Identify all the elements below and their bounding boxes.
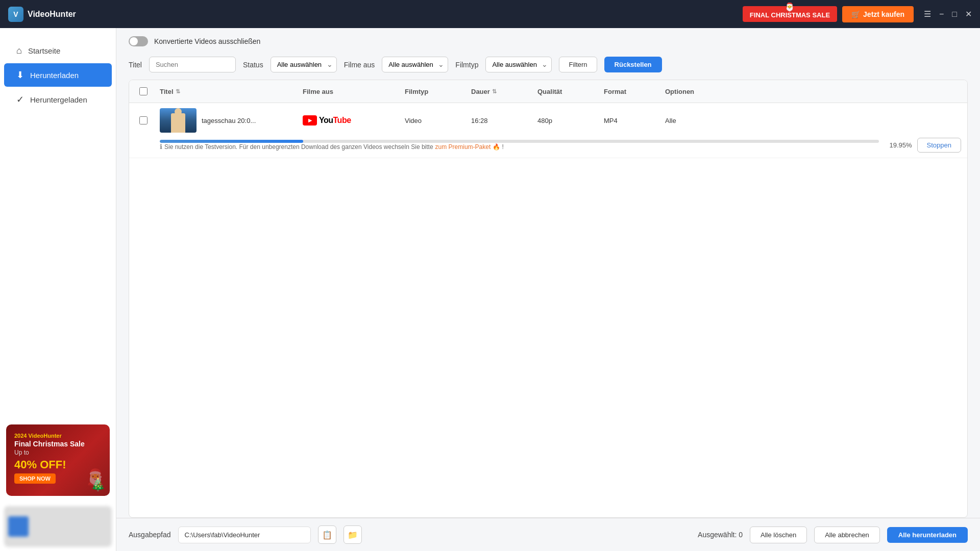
file-browse-icon: 📋 — [322, 530, 332, 540]
bottom-bar: Ausgabepfad 📋 📁 Ausgewählt: 0 Alle lösch… — [116, 518, 980, 551]
row-checkbox[interactable] — [139, 116, 148, 124]
title-filter-label: Titel — [129, 61, 142, 69]
row-optionen-cell: Alle — [661, 112, 961, 130]
th-title: Titel ⇅ — [156, 80, 299, 103]
santa-hat-icon: 🎅 — [785, 2, 795, 12]
status-select[interactable]: Alle auswählen — [271, 57, 337, 72]
sidebar-item-herunterladen[interactable]: ⬇ Herunterladen — [4, 63, 112, 87]
th-checkbox — [135, 80, 156, 103]
filme-aus-label: Filme aus — [344, 61, 375, 69]
filmtyp-select[interactable]: Alle auswählen — [485, 57, 552, 72]
filmtyp-label: Filmtyp — [455, 61, 478, 69]
sidebar-item-heruntergeladen[interactable]: ✓ Heruntergeladen — [4, 88, 112, 111]
thumb-figure — [171, 113, 185, 133]
info-icon: ℹ — [160, 143, 162, 151]
th-format: Format — [600, 80, 661, 103]
browse-file-button[interactable]: 📋 — [318, 525, 336, 544]
main-content: Konvertierte Videos ausschließen Titel S… — [116, 28, 980, 551]
christmas-sale-badge[interactable]: 🎅 FINAL CHRISTMAS SALE — [743, 6, 837, 22]
progress-area: ℹ Sie nutzen die Testversion. Für den un… — [160, 140, 879, 151]
sidebar-item-label-heruntergeladen: Heruntergeladen — [30, 95, 87, 104]
reset-button[interactable]: Rückstellen — [604, 57, 662, 72]
sidebar-blurred-section — [4, 506, 112, 547]
window-controls: ☰ − □ ✕ — [924, 9, 972, 19]
sidebar-nav: ⌂ Startseite ⬇ Herunterladen ✓ Herunterg… — [0, 28, 116, 418]
youtube-icon — [303, 115, 317, 126]
filme-aus-select[interactable]: Alle auswählen — [382, 57, 448, 72]
close-button[interactable]: ✕ — [965, 9, 972, 19]
progress-info-text: ℹ Sie nutzen die Testversion. Für den un… — [160, 143, 879, 151]
delete-all-button[interactable]: Alle löschen — [750, 527, 807, 543]
download-all-button[interactable]: Alle herunterladen — [887, 527, 968, 543]
banner-shop-button[interactable]: SHOP NOW — [14, 473, 56, 484]
row-source-cell: YouTube — [299, 110, 401, 131]
minimize-button[interactable]: − — [939, 10, 944, 19]
info-text-start: Sie nutzen die Testversion. Für den unbe… — [164, 143, 433, 151]
app-name: VideoHunter — [28, 10, 76, 19]
sidebar-item-label-startseite: Startseite — [28, 46, 60, 55]
downloads-table: Titel ⇅ Filme aus Filmtyp Dauer ⇅ Qualit… — [129, 80, 968, 518]
cancel-all-button[interactable]: Alle abbrechen — [814, 527, 880, 543]
banner-year: 2024 VideoHunter — [14, 433, 102, 439]
progress-percent: 19.95% — [884, 141, 912, 149]
status-select-wrapper: Alle auswählen — [271, 57, 337, 72]
app-body: ⌂ Startseite ⬇ Herunterladen ✓ Herunterg… — [0, 28, 980, 551]
banner-discount: 40% OFF! — [14, 458, 102, 471]
cart-icon: 🛒 — [851, 10, 860, 18]
filmtyp-select-wrapper: Alle auswählen — [485, 57, 552, 72]
video-thumbnail — [160, 108, 197, 133]
home-icon: ⌂ — [16, 45, 22, 56]
filter-button[interactable]: Filtern — [559, 57, 597, 72]
row-qualitaet-cell: 480p — [533, 112, 600, 130]
premium-link[interactable]: zum Premium-Paket — [435, 143, 491, 151]
banner-subtitle: Up to — [14, 449, 102, 456]
folder-icon: 📁 — [348, 530, 358, 540]
download-icon: ⬇ — [16, 69, 24, 81]
select-all-checkbox[interactable] — [139, 87, 148, 95]
selected-count-label: Ausgewählt: 0 — [698, 531, 743, 539]
search-input[interactable] — [149, 57, 236, 72]
exclude-toggle[interactable] — [129, 36, 148, 46]
th-dauer: Dauer ⇅ — [467, 80, 533, 103]
sidebar-item-startseite[interactable]: ⌂ Startseite — [4, 39, 112, 62]
row-format-cell: MP4 — [600, 112, 661, 130]
row-filmtyp-cell: Video — [401, 112, 467, 130]
open-folder-button[interactable]: 📁 — [344, 525, 362, 544]
fire-icon: 🔥 ! — [493, 143, 504, 151]
buy-button[interactable]: 🛒 Jetzt kaufen — [842, 6, 914, 22]
menu-button[interactable]: ☰ — [924, 9, 931, 19]
table-row: tagesschau 20:0... YouTube Video 16:28 — [129, 103, 967, 158]
th-filmtyp: Filmtyp — [401, 80, 467, 103]
dauer-sort-icon[interactable]: ⇅ — [492, 88, 497, 95]
row-checkbox-cell — [135, 111, 156, 130]
th-filme-aus: Filme aus — [299, 80, 401, 103]
th-qualitaet: Qualität — [533, 80, 600, 103]
stop-button[interactable]: Stoppen — [917, 138, 961, 153]
maximize-button[interactable]: □ — [952, 10, 957, 19]
row-progress-section: ℹ Sie nutzen die Testversion. Für den un… — [129, 138, 967, 158]
video-title: tagesschau 20:0... — [202, 117, 256, 124]
row-dauer-cell: 16:28 — [467, 112, 533, 130]
sidebar-item-label-herunterladen: Herunterladen — [30, 71, 79, 80]
th-optionen: Optionen — [661, 80, 961, 103]
status-filter-label: Status — [243, 61, 263, 69]
exclude-label: Konvertierte Videos ausschließen — [154, 37, 260, 45]
filme-select-wrapper: Alle auswählen — [382, 57, 448, 72]
row-title-cell: tagesschau 20:0... — [156, 103, 299, 138]
youtube-logo: YouTube — [303, 115, 351, 126]
output-path-input[interactable] — [178, 527, 311, 543]
title-sort-icon[interactable]: ⇅ — [176, 88, 180, 95]
table-row-main: tagesschau 20:0... YouTube Video 16:28 — [129, 103, 967, 138]
thumb-image — [160, 108, 197, 133]
table-header: Titel ⇅ Filme aus Filmtyp Dauer ⇅ Qualit… — [129, 80, 967, 103]
output-path-label: Ausgabepfad — [129, 531, 171, 539]
sidebar: ⌂ Startseite ⬇ Herunterladen ✓ Herunterg… — [0, 28, 116, 551]
sidebar-christmas-banner[interactable]: 2024 VideoHunter Final Christmas Sale Up… — [6, 424, 110, 496]
youtube-text: YouTube — [319, 116, 351, 125]
app-logo: V VideoHunter — [8, 7, 76, 22]
banner-title: Final Christmas Sale — [14, 440, 102, 448]
titlebar: V VideoHunter 🎅 FINAL CHRISTMAS SALE 🛒 J… — [0, 0, 980, 28]
logo-icon: V — [8, 7, 23, 22]
check-icon: ✓ — [16, 94, 24, 105]
top-toolbar: Konvertierte Videos ausschließen — [116, 28, 980, 53]
